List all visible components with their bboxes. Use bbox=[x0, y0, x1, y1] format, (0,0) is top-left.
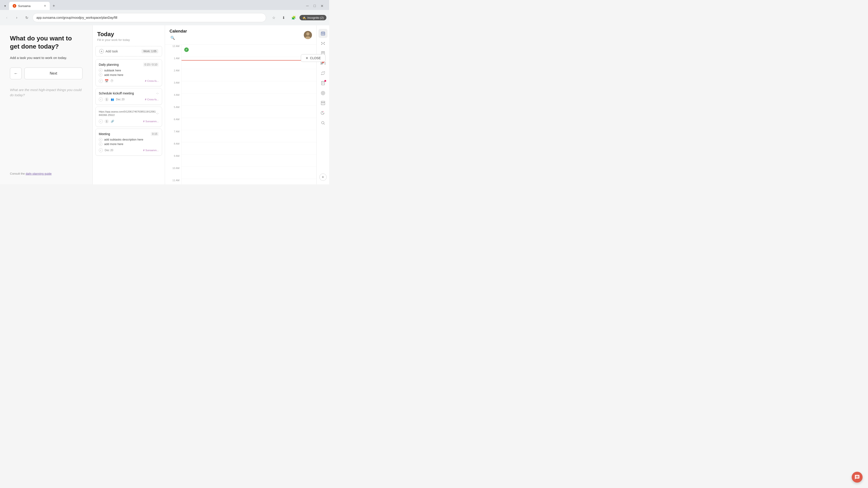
calendar-events-area: ✓ bbox=[181, 45, 316, 184]
sidebar-search-icon[interactable] bbox=[318, 119, 328, 127]
subtask-row-2: ✓ add more here bbox=[99, 73, 159, 76]
hour-block-12am: ✓ bbox=[182, 45, 316, 57]
task-card-daily-planning[interactable]: Daily planning 0:15 / 0:10 ✓ subtask her… bbox=[95, 59, 162, 86]
task-tag: #Sunsamm... bbox=[143, 120, 159, 123]
calendar-icon: 📅 bbox=[105, 79, 108, 83]
task-time: 0:15 bbox=[151, 132, 159, 136]
calendar-body: 12 AM 1 AM 2 AM 3 AM 4 AM 5 AM 6 AM 7 AM… bbox=[165, 45, 316, 184]
sidebar-calendar-icon[interactable] bbox=[318, 29, 328, 38]
number-badge: 1 bbox=[105, 97, 109, 101]
subtask-row-2: ✓ add more here bbox=[99, 142, 159, 146]
svg-point-10 bbox=[321, 42, 322, 43]
extensions-button[interactable]: 🧩 bbox=[289, 13, 298, 22]
number-badge-2: 1 bbox=[105, 119, 109, 123]
sidebar-archive-icon[interactable] bbox=[318, 98, 328, 107]
svg-point-1 bbox=[306, 32, 309, 35]
footer-check-icon[interactable]: ✓ bbox=[99, 119, 103, 123]
subtask-text-2: add more here bbox=[104, 73, 123, 76]
sidebar-notion-icon[interactable] bbox=[318, 78, 328, 88]
reload-button[interactable]: ↻ bbox=[23, 13, 31, 22]
subtask-checkbox[interactable]: ✓ bbox=[99, 138, 102, 141]
footer-check-icon[interactable]: ✓ bbox=[99, 148, 103, 152]
task-card-asana-url[interactable]: https://app.asana.com/0/1206174676385119… bbox=[95, 107, 162, 127]
add-task-label: + Add task bbox=[99, 49, 118, 54]
close-window-button[interactable]: ✕ bbox=[320, 4, 324, 8]
link-icon: 🔗 bbox=[111, 120, 114, 123]
task-url: https://app.asana.com/0/1206174676385119… bbox=[99, 110, 156, 117]
sidebar-network-icon[interactable] bbox=[318, 39, 328, 48]
subtask-checkbox-2[interactable]: ✓ bbox=[99, 142, 102, 146]
bookmark-button[interactable]: ☆ bbox=[270, 13, 278, 22]
people-icon: 👥 bbox=[111, 98, 114, 101]
sidebar-moon-icon[interactable] bbox=[318, 108, 328, 118]
task-footer: ✓ Dec 20 #Sunsamm... bbox=[99, 148, 159, 152]
minimize-button[interactable]: ─ bbox=[306, 4, 309, 8]
url-text: app.sunsama.com/group/moodjoy_workspace/… bbox=[36, 16, 117, 20]
task-header: Schedule kickoff meeting -:- bbox=[99, 92, 159, 95]
address-bar[interactable]: app.sunsama.com/group/moodjoy_workspace/… bbox=[33, 13, 266, 22]
subtask-checkbox[interactable]: ✓ bbox=[99, 68, 102, 72]
svg-point-22 bbox=[321, 122, 324, 124]
task-card-meeting[interactable]: Meeting 0:15 ✓ add subtasks description … bbox=[95, 129, 162, 156]
question-subtext: Add a task you want to work on today. bbox=[10, 55, 83, 61]
footer-check-icon[interactable]: ✓ bbox=[99, 79, 103, 83]
download-button[interactable]: ⬇ bbox=[280, 13, 288, 22]
add-task-row[interactable]: + Add task Work: 1:05 bbox=[95, 46, 162, 57]
back-nav-button[interactable]: ‹ bbox=[3, 13, 11, 22]
tab-favicon: S bbox=[13, 4, 16, 8]
task-card-kickoff[interactable]: Schedule kickoff meeting -:- ✓ 1 👥 Dec 2… bbox=[95, 88, 162, 105]
hour-block-9am bbox=[182, 155, 316, 167]
svg-rect-7 bbox=[323, 34, 323, 34]
work-time-badge: Work: 1:05 bbox=[142, 49, 158, 53]
subtask-text-2: add more here bbox=[104, 142, 123, 146]
close-tab-button[interactable]: ✕ bbox=[44, 4, 46, 7]
task-footer: ✓ 1 👥 Dec 20 #Cross-fu... bbox=[99, 97, 159, 101]
calendar-title: Calendar bbox=[169, 29, 187, 34]
subtask-row: ✓ subtask here bbox=[99, 68, 159, 72]
active-tab[interactable]: S Sunsama ✕ bbox=[9, 2, 50, 10]
subtask-checkbox-2[interactable]: ✓ bbox=[99, 73, 102, 76]
calendar-times: 12 AM 1 AM 2 AM 3 AM 4 AM 5 AM 6 AM 7 AM… bbox=[165, 45, 181, 184]
task-time: 0:15 / 0:10 bbox=[143, 63, 159, 67]
footer-check-icon[interactable]: ✓ bbox=[99, 97, 103, 101]
task-time-dashes: -:- bbox=[156, 92, 159, 95]
tab-title: Sunsama bbox=[18, 4, 31, 8]
subtask-text: subtask here bbox=[104, 69, 121, 72]
task-footer: ✓ 1 🔗 #Sunsamm... bbox=[99, 119, 159, 123]
maximize-button[interactable]: □ bbox=[313, 4, 316, 8]
main-question: What do you want to get done today? bbox=[10, 34, 83, 51]
green-check-dot[interactable]: ✓ bbox=[184, 47, 189, 52]
forward-nav-button[interactable]: › bbox=[13, 13, 21, 22]
svg-rect-20 bbox=[321, 101, 325, 102]
sidebar-add-button[interactable]: + bbox=[319, 173, 327, 181]
incognito-badge[interactable]: 🕵 Incognito (2) bbox=[300, 15, 327, 20]
right-sidebar: M bbox=[316, 25, 329, 184]
hour-block-10am bbox=[182, 167, 316, 179]
back-button[interactable]: ← bbox=[10, 68, 22, 79]
subtask-row: ✓ add subtasks description here bbox=[99, 138, 159, 141]
placeholder-question: What are the most high-impact things you… bbox=[10, 88, 83, 98]
user-avatar bbox=[304, 31, 312, 39]
next-button[interactable]: Next bbox=[24, 68, 83, 79]
new-tab-button[interactable]: + bbox=[51, 3, 57, 9]
svg-rect-5 bbox=[324, 31, 324, 32]
back-arrow-icon: ← bbox=[14, 71, 18, 76]
task-name: Schedule kickoff meeting bbox=[99, 92, 134, 95]
calendar-search-icon[interactable]: 🔍 bbox=[169, 35, 176, 41]
today-header: Today Fill in your work for today bbox=[93, 25, 165, 44]
current-time-indicator bbox=[182, 60, 316, 61]
close-overlay-button[interactable]: ✕ CLOSE bbox=[301, 54, 326, 62]
sidebar-target-icon[interactable] bbox=[318, 89, 328, 98]
hour-block-3am bbox=[182, 81, 316, 94]
task-name: Meeting bbox=[99, 132, 110, 136]
svg-rect-4 bbox=[322, 31, 322, 32]
clock-icon: ⏱ bbox=[110, 79, 114, 83]
hour-block-8am bbox=[182, 142, 316, 155]
task-header: https://app.asana.com/0/1206174676385119… bbox=[99, 110, 159, 117]
close-x-icon: ✕ bbox=[306, 56, 308, 60]
task-date: Dec 20 bbox=[116, 98, 125, 101]
sidebar-sync-icon[interactable] bbox=[318, 69, 328, 78]
task-footer: ✓ 📅 ⏱ #Cross-fu... bbox=[99, 79, 159, 83]
task-tag: #Cross-fu... bbox=[145, 98, 159, 101]
daily-planning-guide-link[interactable]: daily planning guide bbox=[26, 172, 52, 175]
